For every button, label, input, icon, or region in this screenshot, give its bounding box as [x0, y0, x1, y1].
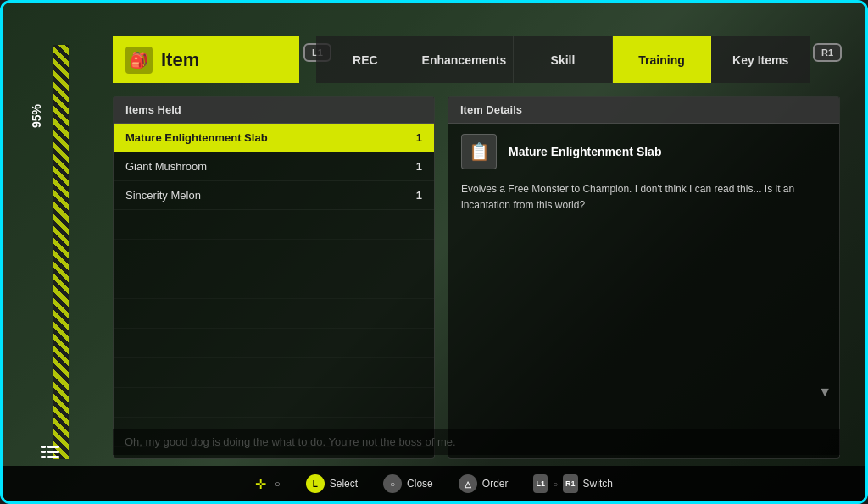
tab-rec[interactable]: REC [316, 36, 415, 83]
close-button[interactable]: ○ Close [383, 474, 433, 493]
dpad-icon: ✛ [255, 476, 266, 492]
list-icon [41, 446, 59, 459]
list-item-empty [114, 269, 434, 299]
list-item-empty [114, 299, 434, 329]
select-label: Select [330, 478, 358, 490]
list-item[interactable]: Giant Mushroom 1 [114, 152, 434, 181]
detail-item-icon: 📋 [461, 134, 497, 169]
menu-icon[interactable] [41, 444, 59, 463]
list-item-empty [114, 388, 434, 418]
tab-enhancements[interactable]: Enhancements [415, 36, 515, 83]
select-button[interactable]: L Select [306, 474, 358, 493]
item-name: Sincerity Melon [125, 189, 201, 202]
svg-rect-5 [47, 456, 59, 458]
list-item-empty [114, 418, 434, 447]
dpad-label: ○ [275, 479, 281, 489]
svg-rect-0 [41, 446, 46, 448]
item-count: 1 [416, 131, 422, 144]
item-icon-glyph: 🎒 [130, 51, 148, 69]
item-name: Mature Enlightenment Slab [125, 131, 268, 144]
order-label: Order [482, 478, 509, 490]
svg-rect-3 [47, 451, 59, 453]
order-button[interactable]: △ Order [459, 474, 509, 493]
r1-icon: R1 [563, 474, 578, 493]
scroll-down-indicator: ▼ [818, 385, 832, 400]
list-item[interactable]: Mature Enlightenment Slab 1 [114, 124, 434, 152]
l1-separator: ○ [553, 479, 558, 489]
list-item-empty [114, 447, 434, 459]
detail-description: Evolves a Free Monster to Champion. I do… [461, 181, 826, 213]
header-title: Item [161, 49, 199, 71]
item-count: 1 [416, 189, 422, 202]
tab-skill[interactable]: Skill [514, 36, 613, 83]
items-held-panel: Items Held Mature Enlightenment Slab 1 G… [113, 96, 435, 459]
switch-label: Switch [583, 478, 613, 490]
item-list: Mature Enlightenment Slab 1 Giant Mushro… [114, 124, 434, 459]
circle-icon: ○ [383, 474, 402, 493]
details-content: 📋 Mature Enlightenment Slab Evolves a Fr… [448, 124, 839, 224]
triangle-icon: △ [459, 474, 477, 493]
tab-training[interactable]: Training [613, 36, 712, 83]
item-details-panel: Item Details 📋 Mature Enlightenment Slab… [448, 96, 840, 459]
items-held-header: Items Held [114, 97, 434, 124]
detail-icon-glyph: 📋 [469, 141, 490, 162]
list-item-empty [114, 358, 434, 388]
close-label: Close [407, 478, 433, 490]
list-item-empty [114, 210, 434, 240]
item-icon: 🎒 [125, 47, 153, 74]
svg-rect-2 [41, 451, 46, 453]
decorative-stripes [53, 45, 69, 459]
list-item[interactable]: Sincerity Melon 1 [114, 181, 434, 210]
item-details-header: Item Details [448, 97, 839, 124]
svg-rect-1 [47, 446, 59, 448]
l1-icon: L1 [533, 474, 548, 493]
r1-button-indicator[interactable]: R1 [813, 43, 842, 62]
list-item-empty [114, 240, 434, 269]
svg-rect-4 [41, 456, 46, 458]
item-count: 1 [416, 160, 422, 173]
header-section: 🎒 Item [113, 36, 299, 83]
l-stick-icon: L [306, 474, 325, 493]
main-content: Items Held Mature Enlightenment Slab 1 G… [113, 96, 840, 459]
bottom-bar: ✛ ○ L Select ○ Close △ Order L1 ○ R1 Swi… [3, 466, 865, 501]
list-item-empty [114, 329, 434, 358]
item-name: Giant Mushroom [125, 160, 207, 173]
tab-key-items[interactable]: Key Items [711, 36, 810, 83]
switch-button[interactable]: L1 ○ R1 Switch [533, 474, 612, 493]
detail-item-title: Mature Enlightenment Slab [509, 145, 661, 158]
detail-item-name-row: 📋 Mature Enlightenment Slab [461, 134, 826, 169]
percent-indicator: 95% [30, 104, 43, 128]
game-screen: 🎒 Item L1 R1 REC Enhancements Skill Trai… [0, 0, 868, 504]
nav-tabs: REC Enhancements Skill Training Key Item… [316, 36, 810, 83]
